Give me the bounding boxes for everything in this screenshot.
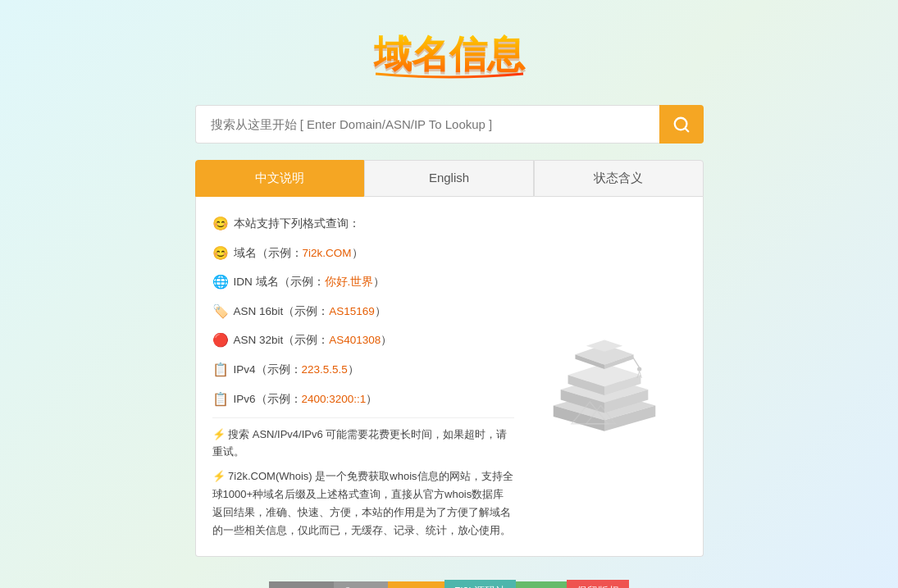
item-asn16: 🏷️ ASN 16bit（示例：AS15169） xyxy=(212,301,514,322)
asn16-link[interactable]: AS15169 xyxy=(329,305,375,317)
search-button[interactable] xyxy=(659,105,704,144)
content-left: 😊 本站支持下列格式查询： 😊 域名（示例：7i2k.COM） 🌐 IDN 域名… xyxy=(212,213,514,540)
ipv6-icon: 📋 xyxy=(212,389,229,410)
author-label-badge: Author xyxy=(516,581,567,588)
ipv4-text: IPv4（示例：223.5.5.5） xyxy=(234,361,359,379)
domain-link[interactable]: 7i2k.COM xyxy=(303,247,352,259)
svg-line-15 xyxy=(631,356,639,367)
domain-icon: 😊 xyxy=(212,243,229,264)
divider xyxy=(212,417,514,418)
item-idn: 🌐 IDN 域名（示例：你好.世界） xyxy=(212,271,514,293)
year-badge: © 2024 xyxy=(334,581,388,588)
svg-text:域名信息: 域名信息 xyxy=(373,33,526,75)
idn-icon: 🌐 xyxy=(212,271,229,293)
ipv6-link[interactable]: 2400:3200::1 xyxy=(302,393,367,405)
about-text: ⚡ 7i2k.COM(Whois) 是一个免费获取whois信息的网站，支持全球… xyxy=(212,467,514,540)
tab-status[interactable]: 状态含义 xyxy=(534,160,704,197)
idn-text: IDN 域名（示例：你好.世界） xyxy=(234,273,385,291)
asn32-icon: 🔴 xyxy=(212,330,229,351)
ipv4-icon: 📋 xyxy=(212,359,229,381)
note-text: ⚡ 搜索 ASN/IPv4/IPv6 可能需要花费更长时间，如果超时，请重试。 xyxy=(212,426,514,461)
asn16-icon: 🏷️ xyxy=(212,301,229,322)
item-ipv6: 📋 IPv6（示例：2400:3200::1） xyxy=(212,389,514,410)
tab-chinese[interactable]: 中文说明 xyxy=(195,160,365,197)
tab-english[interactable]: English xyxy=(364,160,534,197)
search-container xyxy=(195,105,704,144)
ipv6-text: IPv6（示例：2400:3200::1） xyxy=(234,390,378,408)
footer: Copyright © 2024 Domain 7i2k源码站 Author 保… xyxy=(269,580,630,588)
asn32-link[interactable]: AS401308 xyxy=(329,334,381,346)
copyright-badge: Copyright xyxy=(269,581,335,588)
domain-label-badge: Domain xyxy=(388,581,444,588)
intro-text: 本站支持下列格式查询： xyxy=(234,215,360,233)
content-area: 😊 本站支持下列格式查询： 😊 域名（示例：7i2k.COM） 🌐 IDN 域名… xyxy=(195,197,704,557)
idn-link[interactable]: 你好.世界 xyxy=(325,276,374,288)
logo-svg: 域名信息 域名信息 xyxy=(359,25,540,82)
item-asn32: 🔴 ASN 32bit（示例：AS401308） xyxy=(212,330,514,351)
domain-text: 域名（示例：7i2k.COM） xyxy=(234,244,363,262)
ipv4-link[interactable]: 223.5.5.5 xyxy=(302,363,348,376)
intro-line: 😊 本站支持下列格式查询： xyxy=(212,213,514,235)
item-domain: 😊 域名（示例：7i2k.COM） xyxy=(212,243,514,264)
item-ipv4: 📋 IPv4（示例：223.5.5.5） xyxy=(212,359,514,381)
svg-point-16 xyxy=(637,367,641,371)
logo-area: 域名信息 域名信息 xyxy=(359,25,540,85)
asn16-text: ASN 16bit（示例：AS15169） xyxy=(234,303,386,321)
asn32-text: ASN 32bit（示例：AS401308） xyxy=(234,331,393,349)
search-icon xyxy=(672,116,691,134)
search-input[interactable] xyxy=(195,105,659,144)
illustration-area xyxy=(522,213,686,540)
intro-icon: 😊 xyxy=(212,213,229,235)
author-value-badge: 保留版权 xyxy=(567,580,629,588)
book-illustration xyxy=(531,311,678,442)
tabs-container: 中文说明 English 状态含义 xyxy=(195,160,704,197)
domain-value-badge[interactable]: 7i2k源码站 xyxy=(444,580,516,588)
